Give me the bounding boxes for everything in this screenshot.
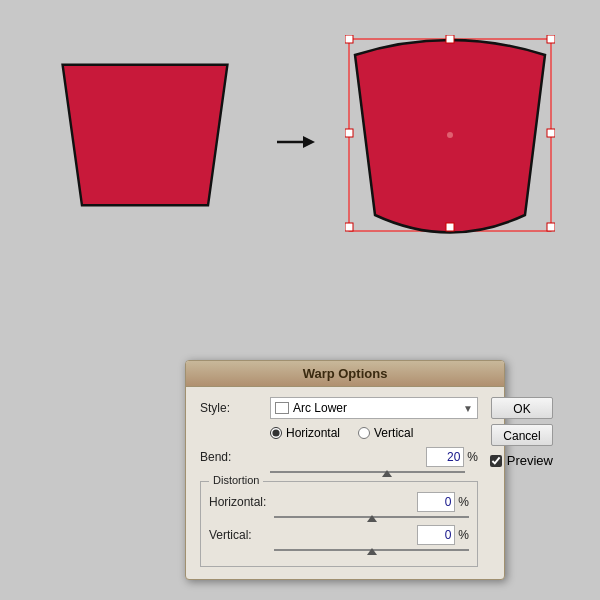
bend-slider-track (270, 471, 465, 473)
style-row: Style: Arc Lower ▼ (200, 397, 478, 419)
warp-options-dialog: Warp Options Style: Arc Lower ▼ (185, 360, 505, 580)
svg-point-12 (447, 132, 453, 138)
shapes-preview-area (0, 0, 600, 270)
style-select[interactable]: Arc Lower ▼ (270, 397, 478, 419)
svg-marker-2 (303, 136, 315, 148)
horiz-dist-slider-thumb[interactable] (367, 515, 377, 522)
svg-rect-6 (547, 35, 555, 43)
distortion-legend: Distortion (209, 474, 263, 486)
vert-dist-percent: % (458, 528, 469, 542)
style-select-text: Arc Lower (293, 401, 463, 415)
original-shape (45, 55, 245, 215)
vert-dist-label: Vertical: (209, 528, 274, 542)
vert-dist-slider[interactable] (274, 547, 469, 553)
vertical-radio[interactable] (358, 427, 370, 439)
svg-rect-8 (547, 129, 555, 137)
horiz-dist-row: Horizontal: % (209, 492, 469, 512)
style-label: Style: (200, 401, 270, 415)
cancel-button[interactable]: Cancel (491, 424, 553, 446)
horiz-dist-slider-container (209, 514, 469, 520)
preview-checkbox[interactable] (490, 455, 502, 467)
svg-rect-9 (345, 223, 353, 231)
svg-rect-5 (446, 35, 454, 43)
vert-dist-slider-container (209, 547, 469, 553)
bend-input[interactable] (426, 447, 464, 467)
svg-rect-4 (345, 35, 353, 43)
horiz-dist-slider[interactable] (274, 514, 469, 520)
vertical-radio-label: Vertical (374, 426, 413, 440)
preview-label: Preview (507, 453, 553, 468)
vert-dist-row: Vertical: % (209, 525, 469, 545)
vertical-radio-option[interactable]: Vertical (358, 426, 413, 440)
dialog-title: Warp Options (186, 361, 504, 387)
horizontal-radio-option[interactable]: Horizontal (270, 426, 340, 440)
svg-rect-11 (547, 223, 555, 231)
dialog-buttons: OK Cancel Preview (478, 397, 553, 567)
vert-dist-input[interactable] (417, 525, 455, 545)
ok-button[interactable]: OK (491, 397, 553, 419)
svg-rect-10 (446, 223, 454, 231)
bend-slider-thumb[interactable] (382, 470, 392, 477)
svg-rect-7 (345, 129, 353, 137)
orientation-row: Horizontal Vertical (200, 426, 478, 440)
chevron-down-icon: ▼ (463, 403, 473, 414)
vert-dist-slider-thumb[interactable] (367, 548, 377, 555)
bend-slider[interactable] (270, 469, 465, 475)
svg-marker-0 (63, 65, 228, 206)
warped-shape (345, 35, 555, 235)
distortion-group: Distortion Horizontal: % (200, 481, 478, 567)
bend-row: Bend: % (200, 447, 478, 467)
bend-percent: % (467, 450, 478, 464)
style-icon (275, 402, 289, 414)
horiz-dist-percent: % (458, 495, 469, 509)
horiz-dist-label: Horizontal: (209, 495, 274, 509)
preview-row: Preview (490, 453, 553, 468)
horiz-dist-input[interactable] (417, 492, 455, 512)
bend-label: Bend: (200, 450, 270, 464)
horizontal-radio[interactable] (270, 427, 282, 439)
arrow-icon (275, 127, 315, 164)
horizontal-radio-label: Horizontal (286, 426, 340, 440)
